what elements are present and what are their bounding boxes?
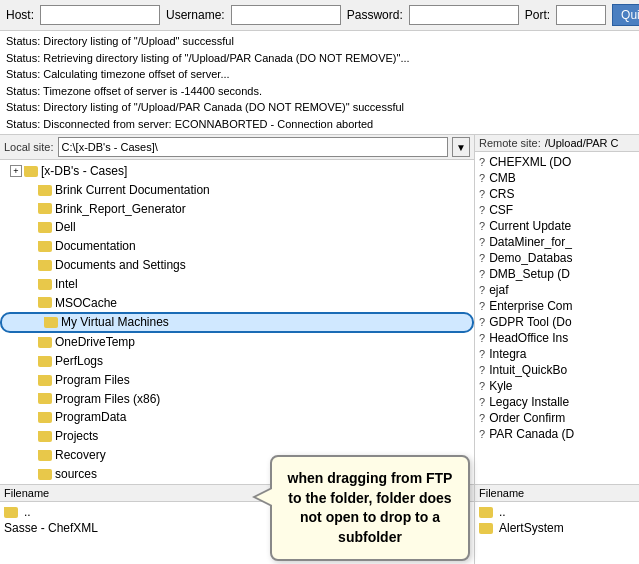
unknown-type-icon: ? — [479, 220, 485, 232]
tooltip-bubble: when dragging from FTP to the folder, fo… — [270, 455, 470, 561]
unknown-type-icon: ? — [479, 332, 485, 344]
remote-item-label: CRS — [489, 187, 514, 201]
remote-list-item[interactable]: ?PAR Canada (D — [475, 426, 639, 442]
tree-item[interactable]: Brink Current Documentation — [0, 181, 474, 200]
remote-list-item[interactable]: ?DataMiner_for_ — [475, 234, 639, 250]
unknown-type-icon: ? — [479, 300, 485, 312]
remote-item-label: DMB_Setup (D — [489, 267, 570, 281]
remote-list-item[interactable]: ?CMB — [475, 170, 639, 186]
status-line: Status: Directory listing of "/Upload" s… — [6, 33, 633, 50]
right-pane: Remote site: /Upload/PAR C ?CHEFXML (DO?… — [475, 135, 639, 484]
unknown-type-icon: ? — [479, 188, 485, 200]
bottom-right-rows: ..AlertSystem — [475, 502, 639, 564]
folder-icon — [38, 375, 52, 386]
tree-item[interactable]: My Virtual Machines — [0, 312, 474, 333]
tree-item-label: My Virtual Machines — [61, 314, 169, 331]
unknown-type-icon: ? — [479, 236, 485, 248]
quickconnect-button[interactable]: Qui — [612, 4, 639, 26]
port-input[interactable] — [556, 5, 606, 25]
remote-list-item[interactable]: ?CHEFXML (DO — [475, 154, 639, 170]
folder-icon — [38, 203, 52, 214]
tree-item-label: Projects — [55, 428, 98, 445]
tree-item-label: Brink_Report_Generator — [55, 201, 186, 218]
tree-item[interactable]: Projects — [0, 427, 474, 446]
remote-list-item[interactable]: ?CSF — [475, 202, 639, 218]
remote-list-item[interactable]: ?Demo_Databas — [475, 250, 639, 266]
unknown-type-icon: ? — [479, 268, 485, 280]
unknown-type-icon: ? — [479, 364, 485, 376]
tree-item[interactable]: PerfLogs — [0, 352, 474, 371]
bottom-row-filename: Sasse - ChefXML — [4, 521, 98, 535]
folder-icon — [38, 241, 52, 252]
tree-item-label: Recovery — [55, 447, 106, 464]
remote-list-item[interactable]: ?Order Confirm — [475, 410, 639, 426]
remote-list-item[interactable]: ?Current Update — [475, 218, 639, 234]
password-input[interactable] — [409, 5, 519, 25]
port-label: Port: — [525, 8, 550, 22]
remote-list-item[interactable]: ?GDPR Tool (Do — [475, 314, 639, 330]
host-input[interactable] — [40, 5, 160, 25]
tree-item-label: MSOCache — [55, 295, 117, 312]
left-pane: Local site: ▼ +[x-DB's - Cases]Brink Cur… — [0, 135, 475, 484]
unknown-type-icon: ? — [479, 396, 485, 408]
tree-item[interactable]: OneDriveTemp — [0, 333, 474, 352]
host-label: Host: — [6, 8, 34, 22]
bottom-right-row[interactable]: .. — [475, 504, 639, 520]
tree-item[interactable]: ProgramData — [0, 408, 474, 427]
status-line: Status: Retrieving directory listing of … — [6, 50, 633, 67]
expand-icon[interactable]: + — [10, 165, 22, 177]
bottom-right-panel: Filename ..AlertSystem — [475, 485, 639, 564]
tree-item[interactable]: Documentation — [0, 237, 474, 256]
tree-item[interactable]: +[x-DB's - Cases] — [0, 162, 474, 181]
folder-icon — [38, 222, 52, 233]
status-line: Status: Timezone offset of server is -14… — [6, 83, 633, 100]
folder-icon — [4, 507, 18, 518]
folder-icon — [38, 185, 52, 196]
status-line: Status: Disconnected from server: ECONNA… — [6, 116, 633, 133]
unknown-type-icon: ? — [479, 156, 485, 168]
remote-site-bar: Remote site: /Upload/PAR C — [475, 135, 639, 152]
tree-item[interactable]: Brink_Report_Generator — [0, 200, 474, 219]
remote-site-label: Remote site: — [479, 137, 541, 149]
status-line: Status: Calculating timezone offset of s… — [6, 66, 633, 83]
remote-item-label: CHEFXML (DO — [489, 155, 571, 169]
remote-item-label: DataMiner_for_ — [489, 235, 572, 249]
remote-list-item[interactable]: ?Intuit_QuickBo — [475, 362, 639, 378]
remote-item-label: Enterprise Com — [489, 299, 572, 313]
remote-list-item[interactable]: ?Integra — [475, 346, 639, 362]
remote-item-label: Kyle — [489, 379, 512, 393]
local-site-bar: Local site: ▼ — [0, 135, 474, 160]
remote-list-item[interactable]: ?Kyle — [475, 378, 639, 394]
remote-list-item[interactable]: ?Legacy Installe — [475, 394, 639, 410]
tree-item[interactable]: Documents and Settings — [0, 256, 474, 275]
local-path-input[interactable] — [58, 137, 448, 157]
path-dropdown-button[interactable]: ▼ — [452, 137, 470, 157]
tree-item[interactable]: Intel — [0, 275, 474, 294]
remote-list-item[interactable]: ?ejaf — [475, 282, 639, 298]
remote-item-label: Demo_Databas — [489, 251, 572, 265]
tree-item-label: OneDriveTemp — [55, 334, 135, 351]
remote-list-item[interactable]: ?DMB_Setup (D — [475, 266, 639, 282]
tree-item[interactable]: Dell — [0, 218, 474, 237]
unknown-type-icon: ? — [479, 284, 485, 296]
bottom-row-filename: .. — [24, 505, 31, 519]
remote-item-label: HeadOffice Ins — [489, 331, 568, 345]
remote-list-item[interactable]: ?Enterprise Com — [475, 298, 639, 314]
folder-icon — [479, 523, 493, 534]
unknown-type-icon: ? — [479, 172, 485, 184]
tree-item-label: [x-DB's - Cases] — [41, 163, 127, 180]
tree-item-label: Intel — [55, 276, 78, 293]
username-input[interactable] — [231, 5, 341, 25]
remote-list-item[interactable]: ?CRS — [475, 186, 639, 202]
remote-item-label: Legacy Installe — [489, 395, 569, 409]
tree-item-label: Documentation — [55, 238, 136, 255]
folder-icon — [38, 356, 52, 367]
folder-icon — [38, 393, 52, 404]
tree-item[interactable]: MSOCache — [0, 294, 474, 313]
tree-item[interactable]: Program Files (x86) — [0, 390, 474, 409]
bottom-right-row[interactable]: AlertSystem — [475, 520, 639, 536]
folder-icon — [38, 412, 52, 423]
tree-item[interactable]: Program Files — [0, 371, 474, 390]
unknown-type-icon: ? — [479, 252, 485, 264]
remote-list-item[interactable]: ?HeadOffice Ins — [475, 330, 639, 346]
